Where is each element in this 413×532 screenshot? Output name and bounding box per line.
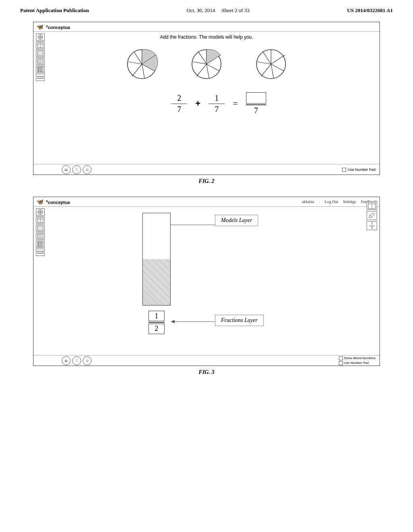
fig3-models-layer-label: Models Layer bbox=[215, 215, 258, 226]
fig2-logo-icon: 🦋 bbox=[37, 23, 44, 30]
fig3-nav-links: akhalsa | Log Out Settings Feedback bbox=[302, 200, 376, 204]
fig2-answer-line bbox=[246, 104, 266, 105]
fig2-bottom-bar: ω ♡ ☺ Use Number Pad bbox=[33, 164, 380, 175]
fig3-rect-filled-portion bbox=[143, 259, 170, 305]
fig3-bottom-icon-1[interactable]: ω bbox=[62, 356, 71, 365]
svg-line-53 bbox=[271, 64, 284, 71]
fig2-bottom-icon-3[interactable]: ☺ bbox=[83, 165, 92, 174]
fig2-pie2-svg bbox=[190, 48, 223, 80]
fig3-content: Models Layer Fractions Layer bbox=[33, 207, 380, 355]
fig2-main-content: Add the fractions. The models will help … bbox=[33, 32, 380, 165]
fig3-fractions-layer-label: Fractions Layer bbox=[215, 315, 264, 326]
header-publication-label: Patent Application Publication bbox=[20, 7, 89, 14]
fig2-equals: = bbox=[233, 98, 238, 109]
svg-line-41 bbox=[133, 52, 142, 64]
fig3-rect-model bbox=[142, 213, 171, 305]
fig3-fraction-display: 1 2 bbox=[148, 311, 165, 334]
fig2-pie1-svg bbox=[126, 48, 158, 80]
fig3-bottom-icon-3[interactable]: ☺ bbox=[83, 356, 92, 365]
fig2-bottom-icon-1[interactable]: ω bbox=[62, 165, 71, 174]
svg-line-48 bbox=[193, 62, 206, 64]
fig2-number-pad-checkbox[interactable]: Use Number Pad bbox=[342, 168, 375, 172]
fig2-caption: FIG. 2 bbox=[199, 178, 215, 185]
fig2-answer-fraction[interactable]: 7 bbox=[246, 92, 266, 115]
figure-3-block: 🦋 aconceptua akhalsa | Log Out Settings … bbox=[33, 197, 380, 376]
fig3-titlebar: 🦋 aconceptua akhalsa | Log Out Settings … bbox=[33, 197, 380, 207]
fig3-bottom-icon-2[interactable]: ♡ bbox=[72, 356, 81, 365]
svg-line-55 bbox=[261, 64, 271, 76]
fig2-fraction1-num: 2 bbox=[177, 94, 181, 103]
fig3-fraction-den-box[interactable]: 2 bbox=[148, 324, 165, 334]
fig2-bottom-icons: ω ♡ ☺ bbox=[62, 165, 92, 174]
fig2-number-pad-check[interactable] bbox=[342, 168, 346, 172]
fig2-fraction2-line bbox=[209, 104, 225, 104]
page-header: Patent Application Publication Oct. 30, … bbox=[0, 0, 413, 18]
fig2-pie1 bbox=[126, 48, 158, 80]
fig3-fraction-num-box[interactable]: 1 bbox=[148, 311, 165, 321]
svg-line-56 bbox=[257, 62, 271, 64]
fig3-caption: FIG. 3 bbox=[199, 369, 215, 376]
fig3-fraction-line bbox=[148, 322, 165, 323]
svg-line-49 bbox=[198, 52, 206, 64]
fig2-fraction-row: 2 7 + 1 7 = bbox=[58, 92, 380, 115]
fig3-fractions-arrow bbox=[171, 316, 217, 328]
fig3-show-mixed-check[interactable] bbox=[339, 356, 343, 360]
fig2-fraction2-den: 7 bbox=[215, 105, 219, 114]
header-date: Oct. 30, 2014 bbox=[187, 7, 215, 13]
fig3-nav-logout[interactable]: Log Out bbox=[325, 200, 338, 204]
fig2-fraction1: 2 7 bbox=[171, 94, 187, 114]
fig3-nav-user[interactable]: akhalsa bbox=[302, 200, 314, 204]
fig3-logo-icon: 🦋 bbox=[37, 198, 44, 205]
fig2-instruction-text: Add the fractions. The models will help … bbox=[33, 32, 380, 40]
fig2-logo-text: aconceptua bbox=[46, 24, 70, 30]
svg-line-40 bbox=[128, 62, 142, 64]
fig2-answer-input-box[interactable] bbox=[246, 92, 266, 104]
fig2-answer-den: 7 bbox=[254, 106, 258, 115]
fig2-fraction2: 1 7 bbox=[209, 94, 225, 114]
fig3-logo-text: aconceptua bbox=[46, 199, 70, 205]
svg-line-57 bbox=[263, 52, 271, 64]
fig2-pie3 bbox=[255, 48, 287, 80]
fig3-bottom-icons: ω ♡ ☺ bbox=[62, 356, 92, 365]
fig2-bottom-icon-2[interactable]: ♡ bbox=[72, 165, 81, 174]
fig2-fraction1-line bbox=[171, 104, 187, 104]
fig3-bottom-checkboxes: Show Mixed Numbers Use Number Pad bbox=[339, 356, 375, 365]
svg-line-47 bbox=[196, 64, 206, 76]
header-patent-number: US 2014/0322681 A1 bbox=[347, 7, 393, 14]
svg-line-45 bbox=[206, 64, 219, 71]
fig3-show-mixed-row[interactable]: Show Mixed Numbers bbox=[339, 356, 375, 360]
figure-2-block: 🦋 aconceptua bbox=[33, 22, 380, 185]
fig2-number-pad-label: Use Number Pad bbox=[348, 168, 375, 172]
fig2-app-window: 🦋 aconceptua bbox=[33, 22, 380, 175]
svg-line-54 bbox=[271, 64, 273, 78]
header-sheet: Sheet 2 of 33 bbox=[222, 7, 250, 13]
fig3-app-window: 🦋 aconceptua akhalsa | Log Out Settings … bbox=[33, 197, 380, 366]
svg-line-46 bbox=[206, 64, 209, 78]
svg-line-38 bbox=[142, 64, 144, 78]
fig2-pie-charts-row bbox=[33, 48, 380, 80]
svg-marker-100 bbox=[171, 320, 175, 323]
header-date-sheet: Oct. 30, 2014 Sheet 2 of 33 bbox=[187, 7, 250, 14]
fig2-titlebar: 🦋 aconceptua bbox=[33, 22, 380, 32]
fig2-plus-operator: + bbox=[195, 98, 200, 109]
fig2-pie2 bbox=[190, 48, 223, 80]
fig2-fraction1-den: 7 bbox=[177, 105, 181, 114]
fig2-fraction2-num: 1 bbox=[215, 94, 219, 103]
fig3-nav-settings[interactable]: Settings bbox=[343, 200, 356, 204]
svg-line-52 bbox=[271, 55, 285, 64]
fig3-number-pad-check[interactable] bbox=[339, 361, 343, 365]
svg-line-39 bbox=[132, 64, 142, 76]
fig3-number-pad-label: Use Number Pad bbox=[344, 361, 369, 365]
fig3-bottom-bar: ω ♡ ☺ Show Mixed Numbers Use Number Pad bbox=[33, 355, 380, 366]
figures-area: 🦋 aconceptua bbox=[0, 18, 413, 380]
fig3-show-mixed-label: Show Mixed Numbers bbox=[344, 356, 375, 360]
fig2-pie3-svg bbox=[255, 48, 287, 80]
fig3-number-pad-row[interactable]: Use Number Pad bbox=[339, 361, 375, 365]
